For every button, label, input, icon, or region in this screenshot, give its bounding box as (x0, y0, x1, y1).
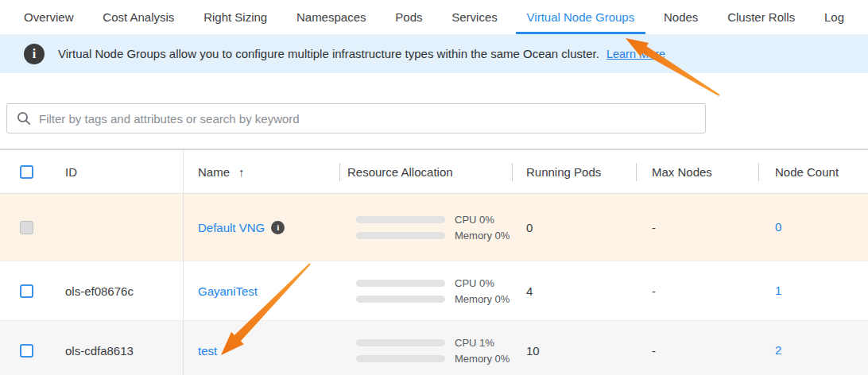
cell-resource-allocation: CPU 1% Memory 0% (339, 334, 512, 366)
row-checkbox-cell (0, 284, 48, 298)
cell-max-nodes: - (636, 221, 758, 234)
tab-overview[interactable]: Overview (24, 0, 74, 34)
vng-table: ID Name ↑ Resource Allocation Running Po… (0, 149, 868, 375)
cpu-usage-bar (356, 280, 445, 287)
cell-name: GayaniTest (183, 261, 339, 320)
column-header-id[interactable]: ID (48, 150, 183, 193)
tab-cost-analysis[interactable]: Cost Analysis (103, 0, 174, 34)
row-checkbox[interactable] (20, 284, 33, 298)
cpu-usage-label: CPU 0% (455, 277, 494, 289)
info-badge-icon[interactable]: i (271, 221, 285, 234)
cell-running-pods: 4 (512, 284, 636, 298)
cell-resource-allocation: CPU 0% Memory 0% (339, 275, 512, 307)
cell-node-count: 1 (758, 284, 868, 298)
tab-right-sizing[interactable]: Right Sizing (203, 0, 267, 34)
vng-name-link[interactable]: Default VNG (198, 221, 265, 234)
banner-text: Virtual Node Groups allow you to configu… (58, 47, 599, 60)
cluster-tab-bar: Overview Cost Analysis Right Sizing Name… (0, 0, 868, 34)
info-icon: i (24, 44, 45, 64)
header-checkbox-cell (0, 150, 48, 193)
cell-node-count: 0 (758, 220, 868, 234)
table-header-row: ID Name ↑ Resource Allocation Running Po… (0, 150, 868, 194)
select-all-checkbox[interactable] (20, 165, 33, 179)
filter-search-box[interactable] (6, 103, 706, 133)
tab-virtual-node-groups[interactable]: Virtual Node Groups (516, 0, 646, 34)
virtual-node-groups-page: Overview Cost Analysis Right Sizing Name… (0, 0, 868, 375)
tab-nodes[interactable]: Nodes (664, 0, 698, 34)
row-checkbox-cell (0, 221, 48, 234)
memory-usage-bar (356, 296, 445, 303)
memory-usage-bar (356, 232, 445, 239)
cpu-usage-bar (356, 216, 445, 223)
memory-usage-label: Memory 0% (455, 353, 510, 365)
cell-name: test (183, 321, 339, 375)
row-checkbox[interactable] (20, 344, 33, 358)
cell-running-pods: 10 (512, 344, 636, 358)
memory-usage-label: Memory 0% (455, 230, 510, 242)
node-count-link[interactable]: 0 (775, 220, 781, 234)
learn-more-link[interactable]: Learn More (606, 48, 665, 60)
cpu-usage-bar (356, 339, 445, 346)
row-checkbox-disabled (20, 221, 33, 234)
node-count-link[interactable]: 1 (775, 284, 781, 297)
cpu-usage-label: CPU 1% (455, 337, 494, 349)
cpu-usage-label: CPU 0% (455, 214, 494, 226)
tab-log[interactable]: Log (824, 0, 844, 34)
tab-cluster-rolls[interactable]: Cluster Rolls (727, 0, 795, 34)
column-header-name-label: Name (184, 165, 230, 179)
vng-name-link[interactable]: GayaniTest (198, 284, 258, 298)
memory-usage-label: Memory 0% (455, 293, 510, 305)
column-header-max-nodes[interactable]: Max Nodes (636, 150, 758, 193)
cell-node-count: 2 (758, 343, 868, 358)
memory-usage-bar (356, 355, 445, 362)
vng-name-link[interactable]: test (198, 344, 217, 358)
table-row-test[interactable]: ols-cdfa8613 test CPU 1% Memory 0% 10 - (0, 321, 868, 375)
cell-name: Default VNG i (183, 194, 339, 261)
cell-max-nodes: - (636, 284, 758, 298)
row-checkbox-cell (0, 344, 48, 358)
table-row-gayanitest[interactable]: ols-ef08676c GayaniTest CPU 0% Memory 0%… (0, 261, 868, 321)
cell-id: ols-ef08676c (48, 284, 183, 298)
column-header-node-count[interactable]: Node Count (758, 150, 868, 193)
tab-pods[interactable]: Pods (395, 0, 422, 34)
column-header-name[interactable]: Name ↑ (183, 150, 339, 193)
tab-services[interactable]: Services (451, 0, 498, 34)
cell-resource-allocation: CPU 0% Memory 0% (339, 211, 512, 243)
node-count-link[interactable]: 2 (775, 343, 781, 357)
cell-running-pods: 0 (512, 221, 636, 234)
cell-id: ols-cdfa8613 (48, 344, 183, 358)
search-icon (17, 111, 31, 126)
tab-namespaces[interactable]: Namespaces (296, 0, 366, 34)
search-input[interactable] (39, 112, 696, 126)
column-header-resource-allocation[interactable]: Resource Allocation (339, 150, 512, 193)
column-header-running-pods[interactable]: Running Pods (512, 150, 636, 193)
cell-max-nodes: - (636, 344, 758, 358)
info-banner: i Virtual Node Groups allow you to confi… (0, 34, 868, 73)
table-row-default-vng[interactable]: Default VNG i CPU 0% Memory 0% 0 - 0 (0, 194, 868, 261)
sort-ascending-icon[interactable]: ↑ (238, 165, 245, 179)
